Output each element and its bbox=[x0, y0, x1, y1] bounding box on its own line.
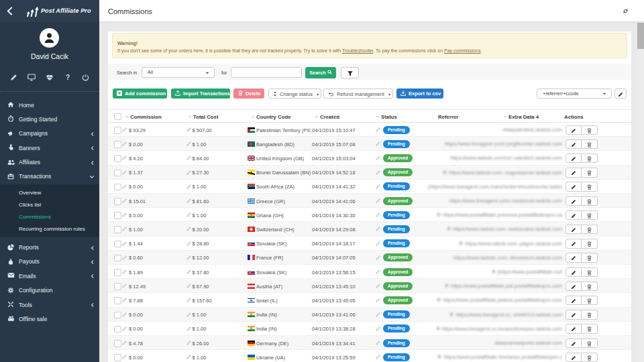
svg-text:?: ? bbox=[66, 74, 70, 81]
